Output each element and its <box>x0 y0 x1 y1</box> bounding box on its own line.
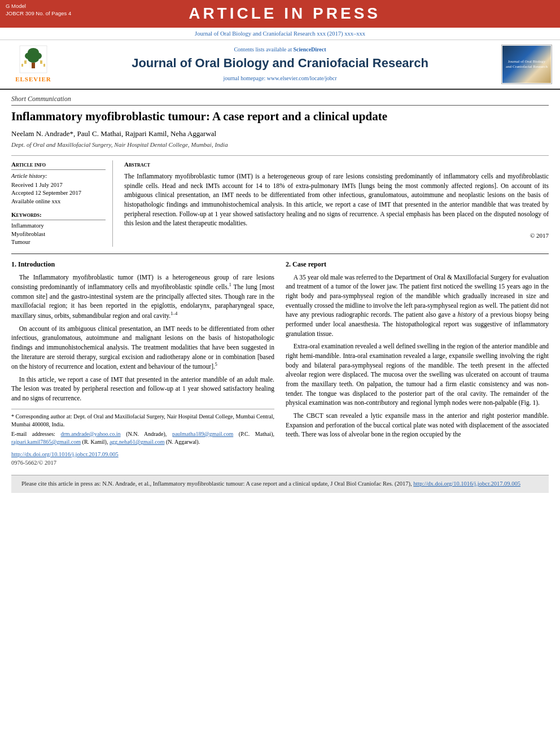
intro-para-1: The Inflammatory myofibroblastic tumor (… <box>11 273 274 321</box>
elsevier-logo: ELSEVIER <box>8 45 59 84</box>
body-columns: 1. Introduction The Inflammatory myofibr… <box>11 260 549 467</box>
elsevier-tree-icon <box>19 45 48 74</box>
gmodel-label: G Model <box>6 3 26 9</box>
email-andrade[interactable]: drm.andrade@yahoo.co.in <box>61 431 121 437</box>
abstract-text: The Inflammatory myofibroblastic tumor (… <box>124 172 549 228</box>
intro-para-3: In this article, we report a case of IMT… <box>11 375 274 403</box>
journal-cover-image: Journal of Oral Biology and Craniofacial… <box>501 45 552 84</box>
elsevier-logo-area: ELSEVIER <box>8 45 59 84</box>
article-in-press-banner: ARTICLE IN PRESS <box>71 2 498 28</box>
case-para-2: Extra-oral examination revealed a well d… <box>286 342 549 408</box>
homepage-url[interactable]: www.elsevier.com/locate/jobcr <box>267 75 337 81</box>
citation-doi-link[interactable]: http://dx.doi.org/10.1016/j.jobcr.2017.0… <box>413 480 520 487</box>
authors-text: Neelam N. Andrade*, Paul C. Mathai, Rajp… <box>11 129 216 138</box>
section-divider <box>11 254 549 254</box>
doi-link[interactable]: http://dx.doi.org/10.1016/j.jobcr.2017.0… <box>11 451 119 457</box>
cover-thumbnail: Journal of Oral Biology and Craniofacial… <box>502 46 551 83</box>
abstract-column: Abstract The Inflammatory myofibroblasti… <box>124 160 549 247</box>
keywords-heading: Keywords: <box>11 211 106 220</box>
footnotes: * Corresponding author at: Dept. of Oral… <box>11 409 274 447</box>
journal-title: Journal of Oral Biology and Craniofacial… <box>64 55 496 72</box>
keyword-3: Tumour <box>11 238 106 247</box>
citation-bar: Please cite this article in press as: N.… <box>11 475 549 493</box>
case-report-column: 2. Case report A 35 year old male was re… <box>286 260 549 467</box>
email-kamil[interactable]: rajpari.kamil7865@gmail.com <box>11 439 81 445</box>
svg-rect-7 <box>24 60 27 64</box>
keyword-2: Myofibroblast <box>11 230 106 239</box>
issn-line: 0976-5662/© 2017 <box>11 458 274 467</box>
case-para-3: The CBCT scan revealed a lytic expansile… <box>286 411 549 439</box>
introduction-heading: 1. Introduction <box>11 260 274 269</box>
article-info-column: Article info Article history: Received 1… <box>11 160 113 247</box>
email-aggarwal[interactable]: agg.neha61@gmail.com <box>110 439 165 445</box>
page: G Model JOBCR 309 No. of Pages 4 ARTICLE… <box>0 0 560 747</box>
svg-rect-9 <box>21 64 23 67</box>
journal-reference-link[interactable]: Journal of Oral Biology and Craniofacial… <box>195 30 365 37</box>
svg-point-5 <box>28 55 39 63</box>
article-meta-row: Article info Article history: Received 1… <box>11 155 549 247</box>
case-report-heading: 2. Case report <box>286 260 549 269</box>
section-type: Short Communication <box>11 94 549 106</box>
intro-para-2: On account of its ambiguous clinical pre… <box>11 324 274 372</box>
introduction-column: 1. Introduction The Inflammatory myofibr… <box>11 260 274 467</box>
red-header-banner: G Model JOBCR 309 No. of Pages 4 ARTICLE… <box>0 0 560 28</box>
citation-text: Please cite this article in press as: N.… <box>21 480 412 487</box>
available-online: Available online xxx <box>11 198 106 206</box>
corresponding-author-note: * Corresponding author at: Dept. of Oral… <box>11 413 274 429</box>
accepted-date: Accepted 12 September 2017 <box>11 189 106 198</box>
keyword-1: Inflammatory <box>11 222 106 230</box>
abstract-heading: Abstract <box>124 160 549 169</box>
history-label: Article history: <box>11 172 106 181</box>
svg-rect-8 <box>40 60 42 64</box>
svg-rect-6 <box>32 63 35 68</box>
journal-link-bar: Journal of Oral Biology and Craniofacial… <box>0 28 560 40</box>
sciencedirect-link[interactable]: ScienceDirect <box>293 46 326 53</box>
journal-homepage-line: journal homepage: www.elsevier.com/locat… <box>64 75 496 82</box>
email-footnote: E-mail addresses: drm.andrade@yahoo.co.i… <box>11 430 274 447</box>
affiliation: Dept. of Oral and Maxillofacial Surgery,… <box>11 141 549 149</box>
main-content: Short Communication Inflammatory myofibr… <box>0 90 560 499</box>
keywords-section: Keywords: Inflammatory Myofibroblast Tum… <box>11 211 106 247</box>
article-info-heading: Article info <box>11 160 106 170</box>
history-word: history <box>458 311 476 318</box>
email-mathai[interactable]: paulmatha189@gmail.com <box>172 431 233 437</box>
elsevier-text: ELSEVIER <box>15 75 51 84</box>
journal-header: ELSEVIER Contents lists available at Sci… <box>0 40 560 90</box>
doi-line: http://dx.doi.org/10.1016/j.jobcr.2017.0… <box>11 450 274 458</box>
article-title: Inflammatory myofibroblastic tumour: A c… <box>11 109 549 124</box>
contents-line: Contents lists available at ScienceDirec… <box>64 46 496 54</box>
case-para-1: A 35 year old male was referred to the D… <box>286 273 549 339</box>
received-date: Received 1 July 2017 <box>11 181 106 190</box>
journal-title-area: Contents lists available at ScienceDirec… <box>64 46 496 82</box>
jobcr-label: JOBCR 309 No. of Pages 4 <box>6 10 71 16</box>
svg-rect-10 <box>43 64 45 67</box>
copyright: © 2017 <box>124 231 549 240</box>
gmodel-info: G Model JOBCR 309 No. of Pages 4 <box>6 2 71 18</box>
authors-line: Neelam N. Andrade*, Paul C. Mathai, Rajp… <box>11 129 549 139</box>
